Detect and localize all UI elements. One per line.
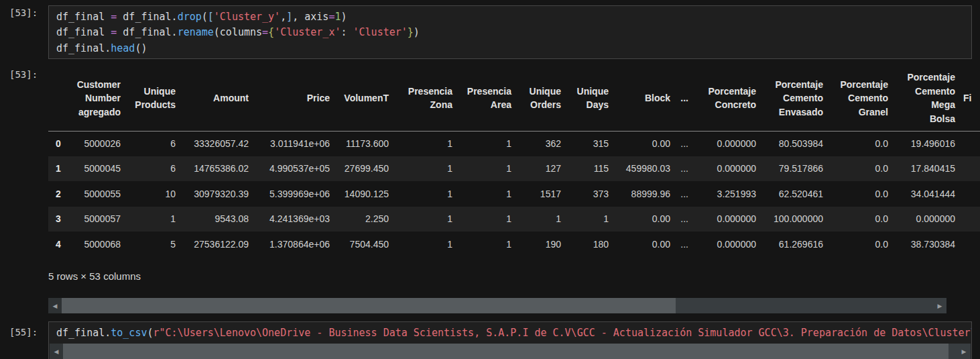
table-row: 3500005719543.084.241369e+032.25011110.0…	[48, 207, 980, 232]
table-cell: 5000068	[68, 232, 121, 257]
row-index: 4	[48, 232, 68, 257]
table-cell: 6	[121, 131, 176, 156]
table-cell: 127	[511, 156, 561, 182]
table-cell: 100.000000	[756, 207, 823, 232]
table-cell: 1	[561, 207, 609, 232]
table-cell: 190	[511, 232, 561, 257]
scroll-left-button[interactable]: ◀	[48, 298, 62, 313]
column-header: Presencia Area	[452, 66, 511, 131]
scroll-right-button[interactable]: ▶	[933, 298, 946, 313]
scrollbar-thumb[interactable]	[62, 298, 676, 313]
code-token: 'Cluster'	[353, 26, 408, 38]
scrollbar-thumb[interactable]	[63, 344, 948, 359]
table-cell: 1	[389, 181, 452, 207]
column-header: ...	[670, 66, 688, 131]
table-cell: 1	[452, 156, 511, 182]
table-cell: 0.00	[609, 131, 670, 156]
code-token: ()	[135, 42, 147, 54]
column-header: Customer Number agregado	[68, 66, 121, 131]
scroll-left-icon: ◀	[54, 348, 59, 355]
table-cell	[955, 207, 980, 232]
code-token: =	[111, 11, 117, 23]
code-line: df_final.head()	[56, 41, 964, 56]
table-cell	[955, 232, 980, 257]
code-line: df_final = df_final.drop(['Cluster_y',],…	[56, 9, 964, 25]
table-cell: 0.000000	[688, 131, 756, 156]
code-token: =	[111, 26, 117, 38]
notebook-page: { "cells": { "input53": { "label": "[53]…	[0, 0, 980, 359]
code-token: df_final.	[56, 42, 111, 54]
table-cell: 0.0	[823, 207, 888, 232]
table-cell: 5000057	[68, 207, 121, 232]
table-cell: 61.269616	[756, 232, 823, 257]
table-cell: 362	[511, 131, 561, 156]
table-cell	[955, 156, 980, 182]
table-cell: 0.000000	[688, 156, 756, 182]
code-editor-55[interactable]: df_final.to_csv(r"C:\Users\Lenovo\OneDri…	[49, 322, 971, 344]
table-cell: 1	[452, 131, 511, 156]
table-cell: 7504.450	[330, 232, 389, 257]
table-cell: 80.503984	[756, 131, 823, 156]
row-index: 2	[48, 181, 68, 207]
table-cell: 88999.96	[609, 181, 670, 207]
table-cell: 0.000000	[688, 207, 756, 232]
table-cell: 1	[389, 207, 452, 232]
code-token: drop	[178, 11, 202, 23]
column-header: Porcentaje Concreto	[688, 66, 756, 131]
code-token: (columns	[214, 26, 262, 38]
column-header: VolumenT	[330, 66, 389, 131]
code-cell-55[interactable]: df_final.to_csv(r"C:\Users\Lenovo\OneDri…	[48, 321, 972, 359]
table-cell: 1	[121, 207, 176, 232]
code-token: =	[262, 26, 268, 38]
table-cell	[955, 181, 980, 207]
table-cell: 33326057.42	[176, 131, 249, 156]
table-horizontal-scrollbar[interactable]: ◀ ▶	[48, 298, 946, 313]
table-row: 250000551030979320.395.399969e+0614090.1…	[48, 181, 980, 207]
column-header: Unique Orders	[511, 66, 561, 131]
code-line: df_final.to_csv(r"C:\Users\Lenovo\OneDri…	[56, 325, 964, 341]
table-cell: 17.840415	[888, 156, 955, 182]
table-cell: 1.370864e+06	[249, 232, 330, 257]
table-cell: 4.990537e+05	[249, 156, 330, 182]
table-cell: 1	[511, 207, 561, 232]
code-token: ,	[280, 11, 286, 23]
code-line: df_final = df_final.rename(columns={'Clu…	[56, 25, 964, 40]
code-token: df_final.	[56, 327, 111, 339]
code-token: {	[268, 26, 274, 38]
table-cell: 14090.125	[330, 181, 389, 207]
column-header: Fi	[955, 66, 980, 131]
scrollbar-track[interactable]	[676, 298, 933, 313]
table-cell: ...	[670, 232, 688, 257]
scroll-left-icon: ◀	[53, 303, 58, 309]
table-row: 05000026633326057.423.011941e+0611173.60…	[48, 131, 980, 156]
table-cell: 3.011941e+06	[249, 131, 330, 156]
column-header: Price	[249, 66, 330, 131]
scroll-left-button[interactable]: ◀	[50, 344, 63, 359]
table-cell: 1	[389, 131, 452, 156]
dataframe-output: Customer Number agregadoUnique ProductsA…	[48, 66, 980, 258]
scrollbar-track[interactable]	[948, 344, 957, 359]
table-cell: 19.496016	[888, 131, 955, 156]
table-cell: 6	[121, 156, 176, 182]
code-token: df_final	[56, 11, 111, 23]
table-cell: 0.00	[609, 232, 670, 257]
column-header: Porcentaje Cemento Granel	[823, 66, 888, 131]
scroll-right-button[interactable]: ▶	[957, 344, 971, 359]
row-index: 1	[48, 156, 68, 182]
code-token: }	[408, 26, 414, 38]
table-cell: 0.0	[823, 131, 888, 156]
table-cell: 5000045	[68, 156, 121, 182]
code-editor-53[interactable]: df_final = df_final.drop(['Cluster_y',],…	[49, 6, 971, 59]
column-header: Porcentaje Cemento Mega Bolsa	[888, 66, 955, 131]
cell-55-horizontal-scrollbar[interactable]: ◀ ▶	[50, 344, 971, 359]
table-cell: 115	[561, 156, 609, 182]
table-cell: 5	[121, 232, 176, 257]
table-cell: 4.241369e+03	[249, 207, 330, 232]
code-cell-53[interactable]: df_final = df_final.drop(['Cluster_y',],…	[48, 5, 972, 59]
code-token: rename	[178, 26, 214, 38]
table-cell: 5000055	[68, 181, 121, 207]
table-cell: 27699.450	[330, 156, 389, 182]
code-token: r"C:\Users\Lenovo\OneDrive - Business Da…	[154, 327, 973, 339]
table-cell: 0.0	[823, 232, 888, 257]
table-cell: 1	[389, 156, 452, 182]
